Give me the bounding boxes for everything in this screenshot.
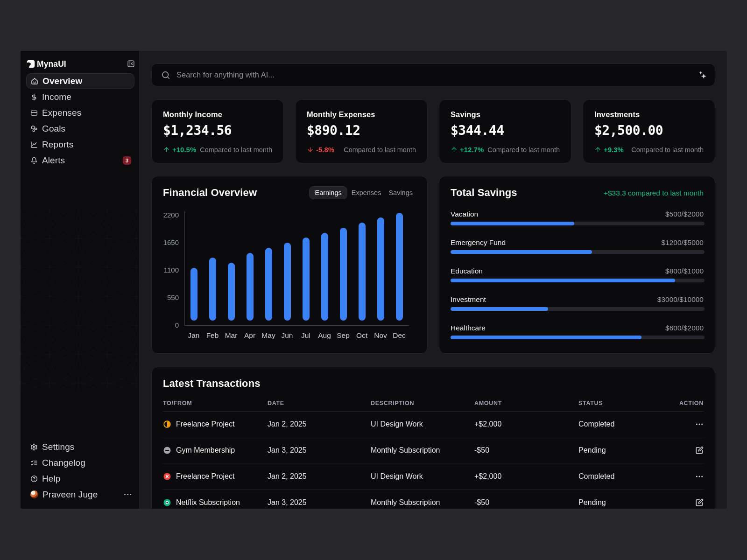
bar-oct[interactable] <box>359 223 366 321</box>
transaction-row[interactable]: Gym MembershipJan 3, 2025Monthly Subscri… <box>163 437 704 463</box>
goal-progress-fill <box>451 336 641 339</box>
total-savings-card: Total Savings +$33.3 compared to last mo… <box>439 176 715 354</box>
bar-jan[interactable] <box>190 268 197 321</box>
row-actions-ellipsis-icon[interactable] <box>695 472 704 481</box>
tab-earnings[interactable]: Earnings <box>309 186 347 199</box>
goal-progress-fill <box>451 222 574 225</box>
transaction-row[interactable]: Freelance ProjectJan 2, 2025UI Design Wo… <box>163 411 704 437</box>
search-input[interactable] <box>176 70 698 79</box>
goal-value: $1200/$5000 <box>661 238 704 247</box>
bell-icon <box>30 157 38 164</box>
stat-card-monthly-income: Monthly Income$1,234.56+10.5%Compared to… <box>151 99 284 163</box>
house-smile-icon <box>31 77 38 85</box>
stat-card-investments: Investments$2,500.00+9.3%Compared to las… <box>583 99 715 163</box>
transaction-description: UI Design Work <box>371 463 423 490</box>
y-axis-tick: 1650 <box>157 238 179 247</box>
bar-sep[interactable] <box>340 228 347 321</box>
transaction-amount: +$2,000 <box>474 463 501 490</box>
circle-dot-icon <box>163 498 171 507</box>
bar-may[interactable] <box>265 248 272 321</box>
sparkles-icon[interactable] <box>698 70 708 80</box>
transaction-name: Netflix Subscription <box>176 498 240 507</box>
sidebar-item-expenses[interactable]: Expenses <box>26 105 134 120</box>
mynaui-logo-icon <box>27 60 35 68</box>
y-axis-tick: 2200 <box>157 211 179 219</box>
x-axis-label: Mar <box>222 331 240 340</box>
sidebar-item-settings[interactable]: Settings <box>26 439 134 455</box>
stat-card-savings: Savings$344.44+12.7%Compared to last mon… <box>439 99 571 163</box>
row-actions-ellipsis-icon[interactable] <box>695 420 704 428</box>
goal-progress-fill <box>451 307 548 311</box>
app-title: MynaUI <box>37 59 66 69</box>
chart-y-axis <box>184 211 185 326</box>
stat-value: $2,500.00 <box>594 123 704 138</box>
x-axis-label: Aug <box>315 331 334 340</box>
sidebar-item-income[interactable]: Income <box>26 89 134 105</box>
search-bar[interactable] <box>151 63 715 86</box>
logo-row: MynaUI <box>27 58 134 70</box>
transaction-date: Jan 3, 2025 <box>268 490 307 509</box>
x-axis-label: Nov <box>371 331 390 340</box>
sidebar-item-reports[interactable]: Reports <box>26 137 134 152</box>
transaction-amount: +$2,000 <box>474 411 501 437</box>
bar-apr[interactable] <box>247 253 254 321</box>
goal-value: $800/$1000 <box>665 266 704 276</box>
goal-progress-track <box>451 307 705 311</box>
sidebar-nav: OverviewIncomeExpensesGoalsReportsAlerts… <box>26 73 134 168</box>
bar-jun[interactable] <box>284 243 291 321</box>
user-menu-ellipsis-icon[interactable] <box>124 494 131 495</box>
stat-compare-text: Compared to last month <box>487 146 560 154</box>
arrow-up-icon <box>163 146 170 153</box>
circle-minus-icon <box>163 446 171 455</box>
sidebar-item-label: Goals <box>42 124 65 134</box>
sidebar-item-alerts[interactable]: Alerts3 <box>26 153 134 168</box>
avatar <box>30 490 38 498</box>
stat-delta: +10.5% <box>163 146 196 154</box>
sidebar-item-label: Alerts <box>42 155 65 166</box>
column-header-amount: AMOUNT <box>474 399 502 407</box>
sidebar-item-label: Expenses <box>42 108 81 118</box>
bar-mar[interactable] <box>228 263 235 321</box>
tab-expenses[interactable]: Expenses <box>348 186 385 199</box>
transaction-name: Freelance Project <box>176 472 234 481</box>
sidebar-collapse-button[interactable] <box>127 60 135 68</box>
tab-savings[interactable]: Savings <box>385 186 416 199</box>
transaction-status: Completed <box>578 463 614 490</box>
sidebar-item-label: Income <box>42 92 71 102</box>
sidebar-item-changelog[interactable]: Changelog <box>26 455 134 470</box>
bar-dec[interactable] <box>396 213 403 321</box>
transaction-row[interactable]: Netflix SubscriptionJan 3, 2025Monthly S… <box>163 490 704 509</box>
stat-compare-text: Compared to last month <box>631 146 704 154</box>
y-axis-tick: 1100 <box>157 266 179 274</box>
sidebar-item-help[interactable]: Help <box>26 471 134 486</box>
stat-label: Savings <box>451 110 560 119</box>
x-axis-label: Oct <box>352 331 371 340</box>
transaction-action <box>695 411 704 437</box>
column-header-description: DESCRIPTION <box>371 399 414 407</box>
transaction-row[interactable]: Freelance ProjectJan 2, 2025UI Design Wo… <box>163 463 704 490</box>
sidebar-decor-circles <box>21 210 140 392</box>
sidebar-item-goals[interactable]: Goals <box>26 121 134 136</box>
stat-label: Monthly Expenses <box>307 110 416 119</box>
x-axis-label: Sep <box>334 331 352 340</box>
transaction-date: Jan 3, 2025 <box>268 437 307 463</box>
edit-icon[interactable] <box>695 498 704 507</box>
stat-delta: +12.7% <box>451 146 484 154</box>
transaction-status: Pending <box>578 437 606 463</box>
chart-tabs: EarningsExpensesSavings <box>309 186 416 199</box>
bar-nov[interactable] <box>377 217 384 321</box>
bar-jul[interactable] <box>303 238 310 321</box>
sidebar-item-label: Overview <box>42 76 82 86</box>
stat-delta: -5.8% <box>307 146 334 154</box>
sidebar-item-label: Help <box>42 474 60 484</box>
sidebar-item-overview[interactable]: Overview <box>26 73 134 89</box>
bar-feb[interactable] <box>209 258 216 321</box>
bar-aug[interactable] <box>321 233 328 321</box>
sidebar-item-praveen-juge[interactable]: Praveen Juge <box>26 487 134 502</box>
credit-card-icon <box>30 109 38 117</box>
stat-value: $1,234.56 <box>163 123 272 138</box>
goal-progress-fill <box>451 279 675 282</box>
stat-label: Investments <box>594 110 704 119</box>
edit-icon[interactable] <box>695 446 704 455</box>
chart-line-icon <box>30 141 38 148</box>
